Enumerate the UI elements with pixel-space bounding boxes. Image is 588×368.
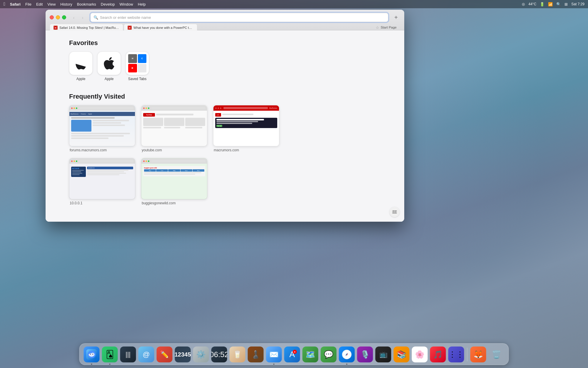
dock-item-firefox[interactable]: 🦊: [470, 346, 487, 363]
favorite-apple-2[interactable]: Apple: [97, 52, 121, 81]
dock-item-appletv[interactable]: 📺: [375, 346, 392, 363]
firefox-icon: 🦊: [470, 347, 486, 362]
music-icon: 🎵: [430, 347, 446, 362]
favorites-grid: Apple Apple H: [69, 52, 287, 81]
dock-item-messages[interactable]: 💬: [320, 346, 337, 363]
svg-text:M: M: [129, 26, 131, 29]
dock-item-music[interactable]: 🎵: [430, 346, 447, 363]
tab-2[interactable]: M What have you done with a PowerPC toda…: [124, 24, 197, 31]
tab-bar: M Safari 14.0. Missing Top Sites! | MacR…: [46, 24, 404, 31]
tab-1-label: Safari 14.0. Missing Top Sites! | MacRum…: [59, 26, 119, 29]
address-input[interactable]: [100, 15, 385, 20]
dock-item-clock[interactable]: 06:52: [211, 346, 228, 363]
menubar-view[interactable]: View: [47, 2, 56, 6]
svg-point-14: [90, 354, 91, 355]
apple-menu-icon[interactable]: : [4, 1, 5, 7]
close-button[interactable]: [50, 15, 54, 19]
dock-item-maps[interactable]: 🗺️: [302, 346, 319, 363]
menubar-help[interactable]: Help: [138, 2, 146, 6]
tab-2-favicon: M: [128, 26, 132, 30]
freq-item-forums[interactable]: MacRumors Forums Apple: [69, 105, 135, 152]
favorite-apple-1[interactable]: Apple: [69, 52, 93, 81]
maximize-button[interactable]: [62, 15, 66, 19]
clock-icon: 06:52: [211, 347, 227, 362]
dock: 🂡 ||| @ ✏️ 12345 ⚙️ 06:52: [79, 343, 509, 365]
tab-1-favicon: M: [54, 26, 58, 30]
dock-item-milk[interactable]: 🥛: [229, 346, 246, 363]
dock-item-appstore[interactable]: A 9: [284, 346, 301, 363]
menubar-window[interactable]: Window: [119, 2, 133, 6]
mail-icon: ✉️: [266, 347, 282, 362]
freq-item-netgear[interactable]: NETGEAR ADVANCED: [69, 158, 135, 205]
safari-window: ‹ › 🔍 + M Safari 14.0. Missing Top Sites…: [46, 10, 404, 222]
dock-item-mail2[interactable]: @: [138, 346, 155, 363]
dock-item-cardhop[interactable]: |||: [120, 346, 137, 363]
menubar-develop[interactable]: Develop: [101, 2, 115, 6]
search-menubar-icon[interactable]: 🔍: [556, 2, 561, 6]
back-button[interactable]: ‹: [70, 14, 78, 21]
milk-icon: 🥛: [230, 347, 245, 362]
menubar-right: ◎ 44°C 🔋 📶 🔍 ⊞ Sat 7:29: [522, 2, 584, 6]
menubar-edit[interactable]: Edit: [36, 2, 43, 6]
favorite-saved-tabs[interactable]: H C ▶ Saved Tabs: [126, 52, 149, 81]
podcasts-icon: 🎙️: [357, 347, 373, 362]
favorite-icon-apple-2: [97, 52, 121, 75]
dock-item-finder[interactable]: [83, 346, 100, 363]
dock-separator: [467, 348, 467, 361]
writer-icon: ✏️: [157, 347, 173, 362]
minimize-button[interactable]: [56, 15, 60, 19]
frequently-visited-section: Frequently Visited MacRumo: [69, 93, 287, 205]
dock-item-photos[interactable]: 🌸: [411, 346, 428, 363]
menubar-history[interactable]: History: [60, 2, 72, 6]
dock-item-books[interactable]: 📚: [393, 346, 410, 363]
dock-item-writer[interactable]: ✏️: [156, 346, 173, 363]
favorites-section: Favorites Apple: [69, 39, 287, 81]
dock-item-launchpad[interactable]: ⋮⋮: [448, 346, 465, 363]
appletv-icon: 📺: [375, 347, 391, 362]
dock-item-trash[interactable]: 🗑️: [488, 346, 505, 363]
freq-label-youtube: youtube.com: [141, 148, 207, 152]
control-center-icon[interactable]: ⊞: [564, 2, 568, 6]
start-page-tab[interactable]: ☆ Start Page: [372, 24, 400, 31]
start-page-tab-label: Start Page: [381, 26, 397, 29]
safari-dock-icon: [339, 347, 355, 362]
dock-item-calculator[interactable]: 12345: [174, 346, 191, 363]
freq-item-macrumors[interactable]: MacRumors MR: [213, 105, 279, 152]
freq-label-netgear: 10.0.0.1: [69, 201, 135, 205]
saved-tab-cell-h: H: [128, 54, 137, 63]
tab-1[interactable]: M Safari 14.0. Missing Top Sites! | MacR…: [50, 24, 123, 31]
temperature-display: 44°C: [528, 2, 536, 6]
freq-item-buggies[interactable]: buggies gone wild Reg Cart FAQ Spon Mem: [141, 158, 207, 205]
browser-content: Favorites Apple: [46, 30, 404, 222]
dock-item-klondike[interactable]: 🂡: [101, 346, 118, 363]
saved-tab-cell-blue: C: [138, 54, 147, 63]
forward-button[interactable]: ›: [78, 14, 87, 21]
dock-item-cogs[interactable]: ⚙️: [193, 346, 210, 363]
freq-item-youtube[interactable]: YouTube: [141, 105, 207, 152]
dock-item-podcasts[interactable]: 🎙️: [357, 346, 374, 363]
dock-item-safari[interactable]: [338, 346, 355, 363]
chess-icon: ♟️: [248, 347, 264, 362]
favorite-label-apple-1: Apple: [76, 77, 86, 81]
freq-thumbnail-forums: MacRumors Forums Apple: [69, 105, 135, 146]
menubar-file[interactable]: File: [25, 2, 31, 6]
menubar-bookmarks[interactable]: Bookmarks: [77, 2, 96, 6]
appstore-icon: A 9: [284, 347, 300, 362]
dock-item-chess[interactable]: ♟️: [247, 346, 264, 363]
window-titlebar: ‹ › 🔍 +: [46, 10, 404, 24]
adjust-button[interactable]: [390, 207, 400, 217]
mail-dot: [273, 364, 275, 365]
cogs-icon: ⚙️: [193, 347, 209, 362]
menubar-safari[interactable]: Safari: [10, 2, 21, 6]
favorites-title: Favorites: [69, 39, 287, 47]
finder-icon: [84, 347, 100, 362]
favorite-label-saved-tabs: Saved Tabs: [128, 77, 147, 81]
saved-tabs-icon-box: H C ▶: [126, 52, 149, 75]
frequently-visited-grid: MacRumors Forums Apple: [69, 105, 287, 205]
safari-dot: [346, 364, 348, 365]
new-tab-button[interactable]: +: [392, 13, 400, 21]
dock-item-mail[interactable]: ✉️: [265, 346, 283, 363]
cardhop-icon: |||: [120, 347, 136, 362]
svg-point-8: [395, 211, 396, 213]
address-bar[interactable]: 🔍: [90, 13, 388, 22]
